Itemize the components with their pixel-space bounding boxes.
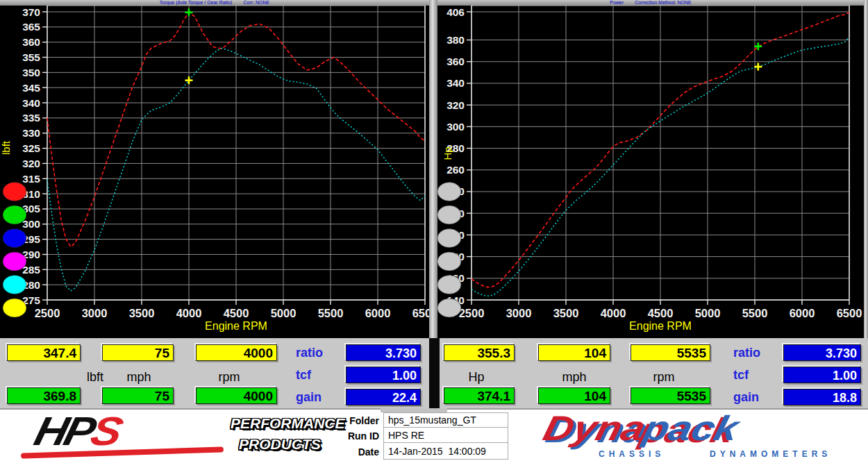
y-axis-title: lbft xyxy=(0,140,12,155)
rpm-cursor-value-run2: 5535 xyxy=(631,387,710,404)
y-tick-label: 300 xyxy=(22,218,40,230)
ratio-value: 3.730 xyxy=(346,344,421,361)
run-color-button-5[interactable] xyxy=(3,276,26,294)
run-color-button-5[interactable] xyxy=(437,276,461,294)
x-tick-label: 5500 xyxy=(742,307,768,319)
rpm-unit-label: rpm xyxy=(198,370,260,385)
x-axis-title: Engine RPM xyxy=(629,320,692,332)
y-tick-label: 350 xyxy=(22,67,40,78)
rpm-cursor-value-run1: 4000 xyxy=(196,344,277,361)
run-color-button-2[interactable] xyxy=(437,206,461,224)
folder-label: Folder xyxy=(333,415,379,426)
power-chart: 4063803603403203002802602402202001801601… xyxy=(437,0,864,337)
speed-unit-label: mph xyxy=(108,370,170,385)
gridlines xyxy=(47,6,425,300)
dyno-software-window: Torque (Axle Torque / Gear Ratio) Corr: … xyxy=(0,0,868,461)
torque-cursor-value-run2: 369.8 xyxy=(7,387,81,404)
y-tick-label: 340 xyxy=(22,97,40,109)
x-tick-label: 4000 xyxy=(176,307,202,319)
x-tick-label: 4000 xyxy=(601,307,626,319)
date-value[interactable]: 14-Jan-2015 14:00:09 xyxy=(388,446,486,457)
tcf-label: tcf xyxy=(733,368,749,383)
torque-cursor-value-run1: 347.4 xyxy=(7,344,81,361)
dynapack-chassis-text: CHASSIS xyxy=(599,449,665,459)
run-color-button-6[interactable] xyxy=(437,299,461,317)
dynapack-logo: Dynapack xyxy=(540,411,742,446)
x-tick-label: 6500 xyxy=(837,307,862,319)
x-tick-label: 3000 xyxy=(506,307,532,319)
x-tick-label: 3500 xyxy=(553,307,579,319)
torque-readout-panel: 347.4 75 4000 lbft mph rpm 369.8 75 4000… xyxy=(0,338,429,408)
y-tick-label: 355 xyxy=(22,51,40,63)
y-tick-label: 360 xyxy=(22,36,40,48)
y-tick-label: 300 xyxy=(446,121,465,133)
hps-performance-text: PERFORMANCE xyxy=(231,415,345,432)
y-axis-title: Hp xyxy=(442,146,453,160)
rpm-cursor-value-run1: 5535 xyxy=(631,344,710,361)
x-tick-label: 2500 xyxy=(35,307,60,319)
run-color-button-1[interactable] xyxy=(437,183,461,201)
run-color-button-6[interactable] xyxy=(3,299,26,317)
x-tick-label: 2500 xyxy=(459,307,485,319)
power-unit-label: Hp xyxy=(445,370,508,385)
y-tick-label: 360 xyxy=(446,56,465,67)
power-cursor-value-run1: 355.3 xyxy=(444,344,515,361)
speed-unit-label: mph xyxy=(543,370,606,385)
ratio-value: 3.730 xyxy=(783,344,861,361)
speed-cursor-value-run1: 75 xyxy=(102,344,174,361)
ratio-label: ratio xyxy=(296,346,323,360)
y-tick-label: 330 xyxy=(22,127,40,139)
y-tick-label: 335 xyxy=(22,112,40,124)
form-row-divider xyxy=(383,427,508,428)
y-tick-label: 325 xyxy=(22,142,40,154)
x-tick-label: 6000 xyxy=(790,307,815,319)
hps-products-text: PRODUCTS xyxy=(239,436,321,453)
y-tick-label: 340 xyxy=(446,77,465,89)
y-tick-label: 320 xyxy=(22,158,40,169)
y-tick-label: 315 xyxy=(22,173,40,185)
dynapack-logo-dyna: Dyna xyxy=(540,409,649,448)
speed-cursor-value-run2: 104 xyxy=(538,387,610,404)
x-tick-label: 6000 xyxy=(365,307,391,319)
power-readout-panel: 355.3 104 5535 Hp mph rpm 374.1 104 5535… xyxy=(440,338,868,408)
power-cursor-value-run2: 374.1 xyxy=(444,387,515,404)
x-tick-label: 3000 xyxy=(82,307,108,319)
run-id-label: Run ID xyxy=(333,430,379,442)
x-tick-label: 5500 xyxy=(318,307,344,319)
gridlines xyxy=(471,6,849,300)
y-tick-label: 320 xyxy=(446,99,465,111)
tcf-label: tcf xyxy=(296,368,311,383)
gain-label: gain xyxy=(296,390,322,405)
tick-labels: 3703653603553503453403353303253203153103… xyxy=(22,6,431,320)
run-color-button-4[interactable] xyxy=(437,252,461,271)
gain-label: gain xyxy=(733,390,759,405)
tcf-value: 1.00 xyxy=(346,367,421,383)
x-tick-label: 3500 xyxy=(129,307,155,319)
y-tick-label: 260 xyxy=(446,164,465,176)
speed-cursor-value-run1: 104 xyxy=(538,344,610,361)
gain-value: 22.4 xyxy=(346,389,421,405)
readout-panel-gap xyxy=(429,338,440,408)
rpm-cursor-value-run2: 4000 xyxy=(196,387,277,404)
speed-cursor-value-run2: 75 xyxy=(102,387,174,404)
run-color-button-1[interactable] xyxy=(3,183,26,201)
y-tick-label: 345 xyxy=(22,82,40,94)
peak-torque-cyan xyxy=(185,76,193,84)
x-axis-title: Engine RPM xyxy=(205,320,267,332)
y-tick-label: 406 xyxy=(446,6,465,18)
x-tick-label: 4500 xyxy=(648,307,674,319)
run-color-button-3[interactable] xyxy=(437,229,461,248)
run-color-button-2[interactable] xyxy=(3,206,26,224)
footer-bar: HPS PERFORMANCE PRODUCTS Folder Run ID D… xyxy=(0,408,868,461)
rpm-unit-label: rpm xyxy=(633,370,695,385)
run-id-value[interactable]: HPS RE xyxy=(388,430,424,441)
run-color-button-4[interactable] xyxy=(3,252,26,271)
right-edge-strip xyxy=(864,0,868,338)
folder-value[interactable]: hps_15mustang_GT xyxy=(388,414,476,426)
torque-chart: 3703653603553503453403353303253203153103… xyxy=(0,0,431,337)
run-color-button-3[interactable] xyxy=(3,229,26,248)
chart-divider xyxy=(429,0,437,338)
gain-value: 18.8 xyxy=(783,389,861,405)
ratio-label: ratio xyxy=(733,346,760,360)
y-tick-label: 370 xyxy=(22,6,40,18)
